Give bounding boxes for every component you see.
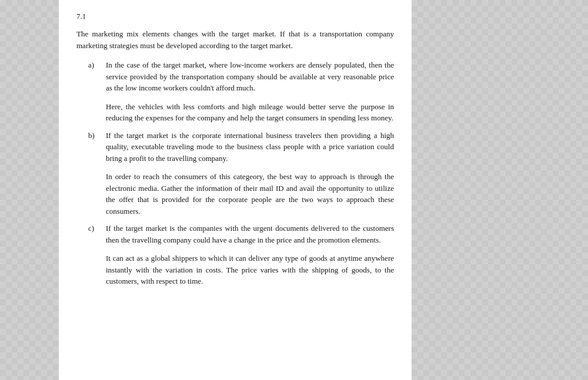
list-item-b: b) If the target market is the corporate… xyxy=(88,130,394,217)
list-container: a) In the case of the target market, whe… xyxy=(76,59,394,287)
list-content-a: In the case of the target market, where … xyxy=(106,59,394,124)
list-item-a-para-2: Here, the vehicles with less comforts an… xyxy=(106,101,394,124)
list-label-c: c) xyxy=(88,223,106,234)
list-item-c-para-2: It can act as a global shippers to which… xyxy=(106,253,394,287)
list-content-b: If the target market is the corporate in… xyxy=(106,130,394,217)
list-item-a: a) In the case of the target market, whe… xyxy=(88,59,394,124)
list-item-a-para-1: In the case of the target market, where … xyxy=(106,59,394,94)
document-container: 7.1 The marketing mix elements changes w… xyxy=(59,0,412,380)
list-item-c-para-1: If the target market is the companies wi… xyxy=(106,223,394,246)
list-label-b: b) xyxy=(88,130,106,142)
list-item-b-para-2: In order to reach the consumers of this … xyxy=(106,171,394,217)
section-number: 7.1 xyxy=(76,12,394,21)
intro-paragraph: The marketing mix elements changes with … xyxy=(76,28,394,51)
list-item-b-para-1: If the target market is the corporate in… xyxy=(106,130,394,164)
list-label-a: a) xyxy=(88,59,106,71)
list-item-c: c) If the target market is the companies… xyxy=(88,223,394,287)
list-content-c: If the target market is the companies wi… xyxy=(106,223,394,287)
